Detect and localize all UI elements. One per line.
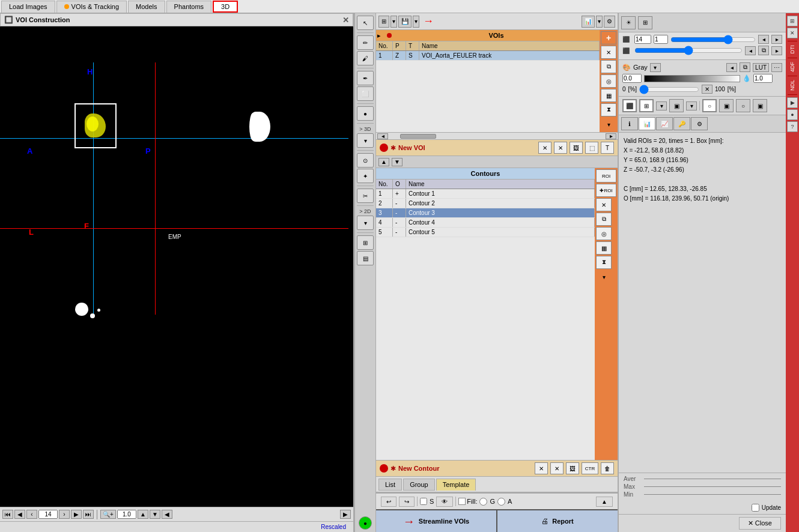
eraser-btn[interactable]: ⬜	[357, 86, 374, 101]
brightness-val[interactable]: 0.0	[622, 74, 642, 83]
streamline-btn[interactable]: → Streamline VOIs	[376, 510, 497, 532]
info-tab-key[interactable]: 🔑	[673, 117, 690, 130]
nav-next-btn[interactable]: ▶	[71, 510, 82, 519]
roi-btn[interactable]: ROI	[596, 169, 616, 183]
voi-view-btn[interactable]: ◎	[601, 74, 616, 88]
voi-row-1[interactable]: 1 Z S VOI_Aorta_FEULER track	[376, 51, 600, 61]
contour-close-btn[interactable]: ✕	[596, 198, 612, 211]
voi-toolbar-dd2[interactable]: ▾	[413, 16, 419, 28]
new-voi-img-btn[interactable]: 🖼	[570, 142, 583, 154]
contour-copy-btn[interactable]: ⧉	[596, 213, 612, 226]
time-arrow-left[interactable]: ◂	[745, 46, 756, 55]
icon-square[interactable]: ⬛	[622, 99, 637, 112]
new-contour-ctr-btn[interactable]: CTR	[582, 462, 598, 474]
new-voi-close1[interactable]: ✕	[538, 142, 551, 154]
new-voi-text-btn[interactable]: T	[601, 142, 614, 154]
sort-dn-btn[interactable]: ▼	[392, 158, 403, 166]
undo-btn[interactable]: ↩	[381, 497, 396, 507]
colormap-prev[interactable]: ◂	[726, 63, 737, 72]
voi-scrollbar[interactable]: ◂ ▸	[376, 132, 618, 139]
2d-down-btn[interactable]: ▾	[357, 216, 374, 230]
lasso-btn[interactable]: ⊙	[357, 153, 374, 168]
far-right-circle[interactable]: ●	[787, 109, 798, 120]
scroll-left-btn[interactable]: ◀	[162, 510, 172, 519]
nav-last-btn[interactable]: ⏭	[83, 510, 94, 519]
connect-btn[interactable]: ⊞	[357, 235, 374, 250]
3d-down-btn[interactable]: ▾	[357, 133, 374, 148]
cursor-btn[interactable]: ↖	[357, 16, 374, 30]
info-icon2[interactable]: ⊞	[638, 16, 652, 29]
fill-btn[interactable]: 🖌	[357, 51, 374, 65]
tab-vois-tracking[interactable]: VOIs & Tracking	[56, 1, 127, 13]
icon-dd1[interactable]: ▾	[656, 101, 667, 110]
icon-circle1[interactable]: ○	[702, 99, 717, 112]
contour-chart-btn[interactable]: ▦	[596, 241, 612, 255]
scroll-left[interactable]: ◂	[377, 133, 388, 139]
colormap-copy[interactable]: ⧉	[740, 62, 750, 72]
new-contour-roi-btn[interactable]: 🖼	[566, 462, 579, 474]
scrollbar-thumb[interactable]	[400, 134, 436, 139]
scroll-right[interactable]: ▸	[606, 133, 616, 139]
slice-val1[interactable]: 14	[634, 35, 651, 44]
slice-val2[interactable]: 1	[654, 35, 668, 44]
voi-copy-btn[interactable]: ⧉	[601, 60, 616, 73]
contour-row-5[interactable]: 5 - Contour 5	[376, 228, 595, 237]
voi-time-btn[interactable]: ⧗	[601, 103, 616, 116]
far-right-play[interactable]: ▶	[787, 97, 798, 108]
voi-add-btn[interactable]: +	[601, 31, 616, 44]
roi-add-btn[interactable]: ✚ROI	[596, 184, 616, 197]
far-right-help[interactable]: ?	[787, 121, 798, 132]
voi-stack-btn[interactable]: ▾	[601, 118, 616, 131]
voi-toolbar-btn3[interactable]: 📊	[582, 16, 595, 28]
nav-prev-btn[interactable]: ◀	[14, 510, 25, 519]
voi-toolbar-btn2[interactable]: 💾	[398, 16, 412, 28]
voi-toolbar-btn4[interactable]: ⚙	[604, 16, 615, 28]
info-tab-curve[interactable]: 📈	[656, 117, 673, 130]
eye-btn[interactable]: 👁	[436, 497, 453, 507]
zoom-in-btn[interactable]: 🔍+	[100, 510, 116, 519]
new-contour-close2[interactable]: ✕	[550, 462, 564, 474]
slice-arrow-left[interactable]: ◂	[758, 35, 769, 44]
contour-stack-btn[interactable]: ▾	[596, 270, 612, 283]
nav-step-fwd-btn[interactable]: ›	[59, 510, 70, 519]
info-tab-info[interactable]: ℹ	[621, 117, 638, 130]
contrast-val[interactable]: 1.0	[753, 74, 773, 83]
a-radio[interactable]	[497, 498, 505, 506]
report-btn[interactable]: 🖨 Report	[497, 510, 618, 532]
select-btn[interactable]: ▤	[357, 251, 374, 265]
range-slider[interactable]	[639, 86, 699, 93]
voi-chart-btn[interactable]: ▦	[601, 89, 616, 102]
tab-models[interactable]: Models	[128, 1, 165, 13]
info-tab-chart[interactable]: 📊	[639, 117, 655, 130]
up-arrow-bottom[interactable]: ▲	[596, 497, 613, 507]
contour-view-btn[interactable]: ◎	[596, 227, 612, 240]
slice-slider[interactable]	[670, 36, 756, 43]
dn-arrow-btn[interactable]: ▼	[150, 510, 160, 519]
voi-toolbar-dd1[interactable]: ▾	[390, 16, 397, 28]
new-voi-close2[interactable]: ✕	[554, 142, 567, 154]
voi-toolbar-dd3[interactable]: ▾	[596, 16, 603, 28]
frame-input[interactable]: 14	[38, 510, 58, 519]
icon-circle2[interactable]: ○	[736, 99, 750, 112]
canvas-area[interactable]: H A P F L EMP	[0, 26, 353, 507]
far-right-close[interactable]: ✕	[787, 28, 798, 38]
new-contour-del-btn[interactable]: 🗑	[601, 462, 614, 474]
info-tab-settings[interactable]: ⚙	[691, 117, 708, 130]
time-arrow-right[interactable]: ▸	[771, 46, 782, 55]
scissors-btn[interactable]: ✂	[357, 189, 374, 203]
green-circle-btn[interactable]: ●	[359, 516, 372, 530]
voi-close-btn[interactable]: ✕	[601, 46, 616, 59]
scroll-right-btn[interactable]: ▶	[340, 510, 351, 519]
colormap-dropdown[interactable]: ▾	[650, 63, 661, 72]
icon-rect2[interactable]: ▣	[719, 99, 734, 112]
tab-list[interactable]: List	[378, 479, 402, 491]
sort-up-btn[interactable]: ▲	[378, 158, 389, 166]
contour-row-2[interactable]: 2 - Contour 2	[376, 199, 595, 208]
voi-toolbar-btn1[interactable]: ⊞	[378, 16, 389, 28]
icon-grid[interactable]: ⊞	[639, 99, 654, 112]
s-checkbox[interactable]	[420, 498, 427, 505]
new-contour-close1[interactable]: ✕	[535, 462, 548, 474]
contour-time-btn[interactable]: ⧗	[596, 256, 612, 269]
colormap-more[interactable]: ⋯	[771, 63, 782, 72]
g-radio[interactable]	[479, 498, 487, 506]
